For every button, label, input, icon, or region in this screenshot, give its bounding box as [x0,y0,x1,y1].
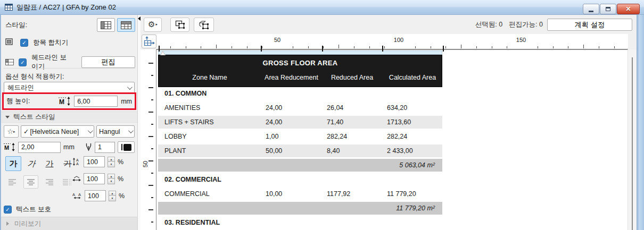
table-subtotal-row[interactable]: 5 063,04 m² [158,159,442,173]
pen-color-swatch [123,144,131,151]
underline-button[interactable]: 가 [42,156,57,171]
line-spacing-input[interactable]: 100 [84,156,105,167]
table-group-header[interactable]: 01. COMMON [158,87,442,101]
text-style-section-header[interactable]: 텍스트 스타일 [1,112,137,123]
table-subtotal-row[interactable]: 11 779,20 m² [158,202,442,216]
schedule-canvas[interactable]: GROSS FLOOR AREA Zone NameArea Reducemen… [156,49,628,230]
text-protect-checkbox[interactable]: ✓ [4,206,12,214]
close-button[interactable]: ✕ [617,4,640,14]
restore-button[interactable] [600,4,616,14]
table-column-header[interactable]: Reduced Area [322,70,382,87]
chevron-down-icon [128,128,134,133]
letter-spacing-stepper[interactable]: ▲▼ [109,191,116,201]
bold-button[interactable]: 가 [5,156,21,171]
table-cell[interactable]: 24,00 [260,118,321,126]
row-marker-icon[interactable] [160,50,166,55]
ruler-tick [369,46,370,48]
select-in-model-button[interactable] [194,18,214,32]
table-cell[interactable]: 2 433,00 [382,147,442,155]
table-cell[interactable]: 1,00 [260,133,321,140]
column-boundary-tick[interactable] [159,46,160,52]
style-option-1-button[interactable] [97,18,115,32]
column-boundary-tick[interactable] [322,46,323,52]
table-group-header[interactable]: 02. COMMERCIAL [158,173,442,188]
row-height-input[interactable]: 6,00 [74,96,118,107]
minimize-button[interactable] [583,4,599,14]
column-boundary-tick[interactable] [443,46,444,52]
table-selection-strip[interactable] [158,50,442,55]
text-protect-label: 텍스트 보호 [16,205,51,214]
table-cell[interactable]: 1177,92 [321,190,382,198]
table-group-header[interactable]: 03. RESIDENTIAL [158,216,442,230]
table-cell[interactable]: 71,40 [321,118,382,126]
table-header[interactable]: GROSS FLOOR AREA Zone NameArea Reducemen… [158,55,442,87]
table-row[interactable]: PLANT50,008,402 433,00 [158,144,442,159]
format-target-select[interactable]: 헤드라인 [4,82,135,93]
align-right-button[interactable] [42,175,56,189]
table-row[interactable]: AMENITIES24,0026,04634,20 [158,101,442,116]
settings-menu-button[interactable]: ⚙▸ [144,18,162,32]
font-select[interactable]: ✓ [Helvetica Neue] [21,125,94,138]
column-boundary-tick[interactable] [382,46,383,52]
schedule-table[interactable]: GROSS FLOOR AREA Zone NameArea Reducemen… [158,50,442,230]
vertical-scrollbar[interactable] [628,49,636,230]
table-cell[interactable]: AMENITIES [158,104,260,112]
width-factor-stepper[interactable]: ▲▼ [108,174,115,184]
table-cell[interactable]: 11 779,20 [382,190,442,198]
table-cell[interactable]: 50,00 [260,147,321,155]
table-row[interactable]: COMMERCIAL10,001177,9211 779,20 [158,188,442,202]
svg-text:M: M [4,144,9,151]
table-cell[interactable]: LIFTS + STAIRS [158,118,260,126]
line-spacing-stepper[interactable]: ▲▼ [108,157,115,167]
letter-spacing-input[interactable]: 100 [85,190,106,201]
autofit-columns-button[interactable] [142,35,156,48]
headline-show-checkbox[interactable]: ✓ [19,58,27,66]
table-cell[interactable]: LOBBY [158,133,260,140]
table-title[interactable]: GROSS FLOOR AREA [159,55,442,70]
ruler-tick [151,148,153,149]
select-items-button[interactable] [170,18,189,32]
pen-color-button[interactable] [118,141,135,153]
table-cell[interactable]: 8,40 [321,147,382,155]
table-cell[interactable]: 634,20 [382,104,442,112]
table-column-header[interactable]: Calculated Area [382,70,443,87]
table-column-header[interactable]: Area Reducement [261,70,322,87]
group-header-label: 03. RESIDENTIAL [158,219,442,226]
ruler-tick [583,45,584,48]
script-select[interactable]: Hangul [96,125,135,138]
table-cell[interactable]: 24,00 [260,104,321,112]
table-column-header[interactable]: Zone Name [159,70,261,87]
style-option-2-button[interactable] [117,18,135,32]
align-left-button[interactable] [5,175,20,189]
scrollbar-thumb[interactable] [632,57,633,230]
table-row[interactable]: LOBBY1,00282,24282,24 [158,130,442,144]
font-size-input[interactable]: 2,00 [18,142,61,153]
table-cell[interactable]: 26,04 [321,104,382,112]
merge-items-checkbox[interactable]: ✓ [20,39,28,47]
table-cell[interactable]: 1713,60 [382,118,442,126]
table-cell[interactable]: 282,24 [382,133,442,140]
edit-button[interactable]: 편집 [81,56,135,68]
align-center-button[interactable] [23,175,38,189]
ruler-tick [148,87,153,88]
width-factor-input[interactable]: 100 [84,173,105,184]
ruler-tick [247,46,247,48]
vertical-ruler[interactable]: 50 [141,49,156,230]
table-cell[interactable]: 10,00 [260,190,321,198]
column-boundary-tick[interactable] [261,46,262,52]
favorite-style-button[interactable]: ☆▸ [4,125,19,138]
table-cell[interactable]: 282,24 [321,133,382,140]
pen-number-input[interactable]: 1 [95,142,115,153]
plan-settings-button[interactable]: 계획 설정 [547,19,632,31]
ruler-tick [461,45,461,48]
font-value: [Helvetica Neue] [30,128,79,135]
table-cell[interactable]: COMMERCIAL [158,190,260,198]
star-icon: ☆ [7,127,13,135]
horizontal-ruler[interactable]: 50100150 [156,34,628,49]
italic-button[interactable]: 가 [23,156,40,171]
table-cell[interactable]: PLANT [158,147,260,155]
table-arrows-icon [143,36,155,47]
preview-section-header[interactable]: 미리보기 [1,217,137,230]
table-row[interactable]: LIFTS + STAIRS24,0071,401713,60 [158,116,442,130]
subtotal-value: 11 779,20 m² [158,205,442,212]
